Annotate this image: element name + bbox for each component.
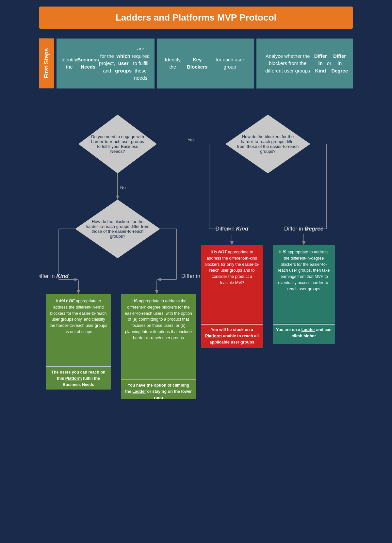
svg-marker-5 <box>155 290 158 294</box>
svg-marker-3 <box>157 278 161 281</box>
step-card-2: Identify the Key Blockers for each user … <box>157 39 253 88</box>
svg-marker-11 <box>302 241 305 245</box>
svg-marker-1 <box>116 196 119 200</box>
first-steps-section: First Steps Identify the Business Needs … <box>39 39 353 88</box>
step-card-3: Analyze whether the blockers from the di… <box>256 39 353 88</box>
right-kind-label: Differ in Kind <box>216 226 249 232</box>
svg-marker-10 <box>230 241 234 245</box>
first-steps-cards: Identify the Business Needs for the proj… <box>54 39 353 88</box>
step-card-1: Identify the Business Needs for the proj… <box>57 39 155 88</box>
flowchart: Do you need to engage with harder-to-rea… <box>39 102 353 511</box>
page-title: Ladders and Platforms MVP Protocol <box>39 7 353 29</box>
right-degree-label: Differ in Degree <box>284 226 324 232</box>
yes-label: Yes <box>188 137 195 142</box>
svg-marker-4 <box>77 290 80 294</box>
first-steps-label: First Steps <box>39 39 54 88</box>
no-label: No <box>120 185 126 190</box>
left-kind-label: Differ in Kind <box>39 273 69 279</box>
svg-marker-2 <box>74 278 78 281</box>
